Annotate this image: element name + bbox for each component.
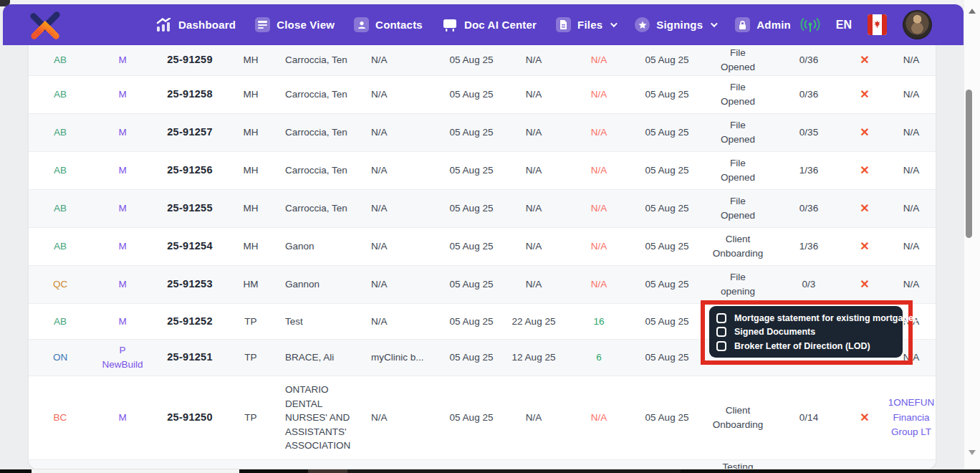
province-cell: AB bbox=[29, 125, 92, 140]
file-number-link[interactable]: 25-91257 bbox=[153, 125, 226, 140]
close-x-icon[interactable]: ✕ bbox=[842, 52, 887, 68]
task-count-cell: 1/36 bbox=[775, 163, 842, 178]
client-name-cell: Carroccia, Ten bbox=[275, 163, 361, 178]
checkbox[interactable] bbox=[716, 341, 726, 351]
client-name-cell: Gannon bbox=[275, 277, 361, 292]
checkbox[interactable] bbox=[716, 313, 726, 323]
created-date-cell: 05 Aug 25 bbox=[633, 239, 701, 254]
type-cell: M bbox=[92, 201, 153, 216]
scroll-down-arrow-icon[interactable] bbox=[969, 450, 976, 455]
nav-item-label: Signings bbox=[656, 19, 703, 31]
nav-item-label: Files bbox=[577, 19, 602, 31]
nav-item-label: Contacts bbox=[375, 19, 423, 31]
app-logo-icon[interactable] bbox=[29, 9, 62, 42]
nav-item-label: Close View bbox=[277, 19, 335, 31]
status-cell: File Opened bbox=[701, 194, 775, 222]
table-row[interactable]: ABM25-91259MHCarroccia, TenN/A05 Aug 25N… bbox=[29, 45, 936, 76]
checklist-item[interactable]: Signed Documents bbox=[716, 327, 895, 337]
close-x-icon[interactable]: ✕ bbox=[842, 238, 887, 254]
client-name-cell: ONTARIO DENTAL NURSES' AND ASSISTANTS' A… bbox=[275, 383, 361, 453]
checklist-item[interactable]: Mortgage statement for existing mortgage… bbox=[716, 313, 895, 323]
open-date-cell: 05 Aug 25 bbox=[440, 315, 503, 329]
client-name-cell: Ganon bbox=[275, 239, 361, 254]
table-row[interactable]: QCM25-91253HMGannonN/A05 Aug 25N/AN/A05 … bbox=[29, 266, 936, 304]
close-x-icon[interactable]: ✕ bbox=[842, 124, 887, 140]
checkbox[interactable] bbox=[716, 327, 726, 337]
closing-date-cell: 12 Aug 25 bbox=[503, 350, 565, 365]
file-number-link[interactable]: 25-91253 bbox=[153, 277, 226, 292]
board-icon bbox=[442, 18, 458, 32]
initials-cell: TP bbox=[226, 411, 275, 425]
task-count-cell: 0/36 bbox=[775, 87, 842, 102]
close-x-icon[interactable]: ✕ bbox=[842, 276, 887, 292]
nav-item-files[interactable]: Files bbox=[556, 17, 615, 32]
type-cell: M bbox=[92, 163, 153, 178]
lender-cell: N/A bbox=[887, 277, 936, 292]
table-row[interactable]: ABM25-91257MHCarroccia, TenN/A05 Aug 25N… bbox=[29, 114, 936, 152]
reference-cell: N/A bbox=[361, 411, 440, 425]
canada-flag-icon[interactable] bbox=[868, 14, 887, 35]
user-avatar[interactable] bbox=[903, 10, 932, 39]
table-row[interactable]: ABM25-91255MHCarroccia, TenN/A05 Aug 25N… bbox=[29, 190, 936, 228]
nav-menu: Dashboard Close View Contacts bbox=[156, 17, 791, 32]
vertical-scrollbar[interactable] bbox=[964, 0, 980, 469]
nav-item-label: Dashboard bbox=[178, 19, 236, 31]
task-count-cell: 0/36 bbox=[775, 53, 842, 67]
chevron-down-icon bbox=[711, 20, 718, 27]
table-row[interactable]: BCM25-91250TPONTARIO DENTAL NURSES' AND … bbox=[29, 376, 936, 460]
scrollbar-thumb[interactable] bbox=[966, 90, 972, 238]
table-row[interactable]: ABM25-91256MHCarroccia, TenN/A05 Aug 25N… bbox=[29, 152, 936, 190]
days-cell: N/A bbox=[565, 411, 633, 425]
days-cell: N/A bbox=[565, 277, 633, 292]
created-date-cell: 05 Aug 25 bbox=[633, 277, 701, 292]
table-row[interactable]: Testing bbox=[29, 460, 936, 469]
reference-cell: N/A bbox=[361, 125, 440, 140]
nav-item-label: Doc AI Center bbox=[464, 19, 537, 31]
status-cell: Client Onboarding bbox=[701, 403, 775, 431]
file-number-link[interactable]: 25-91256 bbox=[153, 163, 226, 178]
scroll-up-arrow-icon[interactable] bbox=[969, 9, 976, 14]
type-cell: M bbox=[92, 315, 153, 329]
nav-item-label: Admin bbox=[756, 19, 791, 31]
annotation-highlight-box: Mortgage statement for existing mortgage… bbox=[701, 300, 913, 365]
province-cell: AB bbox=[29, 87, 92, 102]
broadcast-icon[interactable] bbox=[800, 16, 820, 34]
created-date-cell: 05 Aug 25 bbox=[633, 163, 701, 178]
open-date-cell: 05 Aug 25 bbox=[440, 411, 503, 425]
type-cell: M bbox=[92, 239, 153, 254]
file-number-link[interactable]: 25-91258 bbox=[153, 87, 226, 102]
reference-cell: N/A bbox=[361, 201, 440, 216]
status-cell: File Opened bbox=[701, 80, 775, 108]
open-date-cell: 05 Aug 25 bbox=[440, 239, 503, 254]
close-x-icon[interactable]: ✕ bbox=[842, 200, 887, 216]
nav-item-admin[interactable]: Admin bbox=[735, 17, 791, 32]
file-number-link[interactable]: 25-91250 bbox=[153, 410, 226, 425]
table-row[interactable]: ABM25-91254MHGanonN/A05 Aug 25N/AN/A05 A… bbox=[29, 228, 936, 266]
closing-date-cell: N/A bbox=[503, 125, 565, 140]
language-selector[interactable]: EN bbox=[836, 19, 852, 32]
checklist-item[interactable]: Broker Letter of Direction (LOD) bbox=[716, 341, 895, 351]
initials-cell: TP bbox=[226, 350, 275, 365]
nav-item-contacts[interactable]: Contacts bbox=[354, 17, 423, 32]
nav-item-close-view[interactable]: Close View bbox=[255, 17, 335, 32]
table-row[interactable]: ABM25-91258MHCarroccia, TenN/A05 Aug 25N… bbox=[29, 76, 936, 114]
close-x-icon[interactable]: ✕ bbox=[842, 409, 887, 426]
file-number-link[interactable]: 25-91252 bbox=[153, 314, 226, 329]
file-number-link[interactable]: 25-91255 bbox=[153, 201, 226, 216]
file-number-link[interactable]: 25-91251 bbox=[153, 350, 226, 365]
nav-item-doc-ai-center[interactable]: Doc AI Center bbox=[442, 18, 537, 32]
nav-item-dashboard[interactable]: Dashboard bbox=[156, 18, 236, 32]
open-date-cell: 05 Aug 25 bbox=[440, 53, 503, 67]
close-x-icon[interactable]: ✕ bbox=[842, 86, 887, 102]
days-cell: 6 bbox=[565, 350, 633, 365]
closing-date-cell: N/A bbox=[503, 87, 565, 102]
file-number-link[interactable]: 25-91259 bbox=[153, 52, 226, 67]
created-date-cell: 05 Aug 25 bbox=[633, 315, 701, 329]
close-x-icon[interactable]: ✕ bbox=[842, 162, 887, 178]
status-cell: File Opened bbox=[701, 156, 775, 184]
calendar-icon bbox=[255, 17, 270, 32]
file-number-link[interactable]: 25-91254 bbox=[153, 239, 226, 254]
status-cell: Testing bbox=[701, 460, 775, 469]
lender-cell[interactable]: 1ONEFUN Financia Group LT bbox=[887, 396, 936, 441]
nav-item-signings[interactable]: Signings bbox=[635, 17, 716, 32]
